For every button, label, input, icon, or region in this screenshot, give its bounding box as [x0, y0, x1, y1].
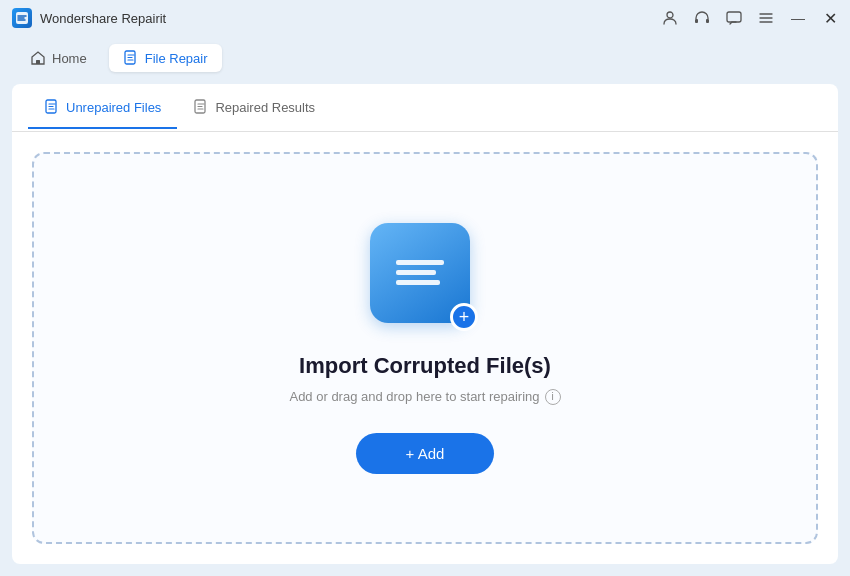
sub-tab-repaired-label: Repaired Results: [215, 100, 315, 115]
sub-tab-repaired[interactable]: Repaired Results: [177, 87, 331, 129]
menu-icon[interactable]: [758, 10, 774, 26]
main-content: Unrepaired Files Repaired Results + Impo…: [12, 84, 838, 564]
sub-tab-unrepaired-label: Unrepaired Files: [66, 100, 161, 115]
headset-icon[interactable]: [694, 10, 710, 26]
plus-badge-icon: +: [450, 303, 478, 331]
title-bar-left: Wondershare Repairit: [12, 8, 166, 28]
close-button[interactable]: ✕: [822, 10, 838, 26]
file-icon-line-3: [396, 280, 440, 285]
file-icon-line-2: [396, 270, 436, 275]
file-icon-lines: [386, 250, 454, 295]
nav-tab-home[interactable]: Home: [16, 44, 101, 72]
svg-rect-2: [695, 19, 698, 23]
nav-tab-home-label: Home: [52, 51, 87, 66]
nav-tab-file-repair-label: File Repair: [145, 51, 208, 66]
sub-tab-unrepaired[interactable]: Unrepaired Files: [28, 87, 177, 129]
import-subtitle: Add or drag and drop here to start repai…: [289, 389, 560, 405]
user-icon[interactable]: [662, 10, 678, 26]
minimize-button[interactable]: —: [790, 10, 806, 26]
svg-rect-3: [706, 19, 709, 23]
info-icon[interactable]: i: [545, 389, 561, 405]
svg-point-1: [667, 12, 673, 18]
file-icon-container: +: [370, 223, 480, 333]
app-name: Wondershare Repairit: [40, 11, 166, 26]
nav-tab-file-repair[interactable]: File Repair: [109, 44, 222, 72]
app-icon: [12, 8, 32, 28]
title-bar-controls: — ✕: [662, 10, 838, 26]
svg-rect-4: [727, 12, 741, 22]
import-title: Import Corrupted File(s): [299, 353, 551, 379]
chat-icon[interactable]: [726, 10, 742, 26]
import-subtitle-text: Add or drag and drop here to start repai…: [289, 389, 539, 404]
drop-zone[interactable]: + Import Corrupted File(s) Add or drag a…: [32, 152, 818, 544]
sub-tabs: Unrepaired Files Repaired Results: [12, 84, 838, 132]
file-icon-line-1: [396, 260, 444, 265]
title-bar: Wondershare Repairit —: [0, 0, 850, 36]
nav-bar: Home File Repair: [0, 36, 850, 80]
add-button[interactable]: + Add: [356, 433, 495, 474]
svg-rect-5: [36, 60, 40, 64]
